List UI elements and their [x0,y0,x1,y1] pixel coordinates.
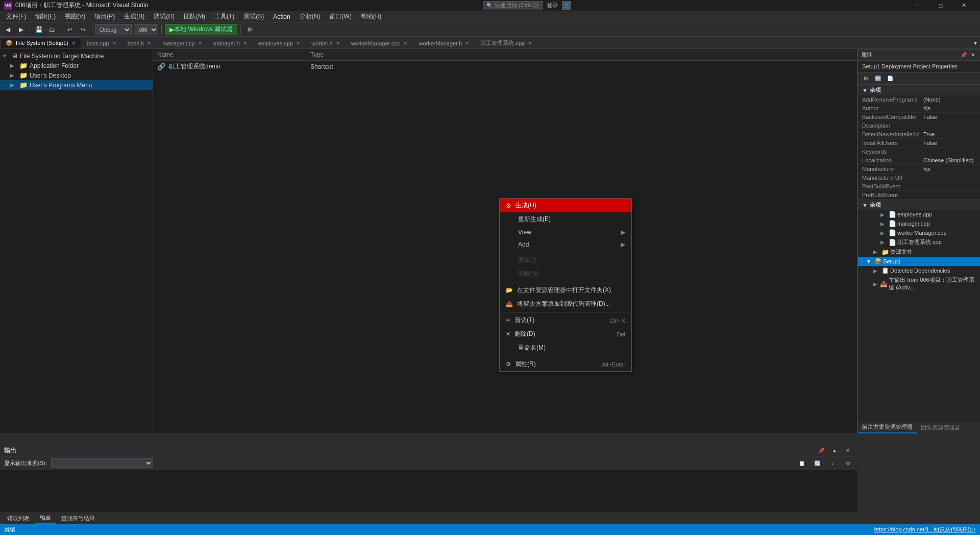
output-source-row: 显示输出来源(S): 📋 🔄 ↓ ⚙ [0,456,857,470]
ctx-rebuild-text: 重新生成(E) [518,215,551,224]
debug-config-dropdown[interactable]: Debug Release [95,24,132,35]
tab-close-worker-h[interactable]: ✕ [336,40,340,46]
output-toolbar-btn3[interactable]: ↓ [827,457,838,469]
tab-close-boss-cpp[interactable]: ✕ [112,40,116,46]
sol-employee-cpp[interactable]: ▶ 📄 employee.cpp [858,210,980,219]
tab-file-system[interactable]: 📦 File System (Setup1) ✕ [0,37,81,48]
ctx-properties[interactable]: ⚙ 属性(R) Alt+Enter [500,357,631,371]
undo-button[interactable]: ↩ [64,24,76,35]
menu-test[interactable]: 测试(S) [239,11,268,22]
menu-debug[interactable]: 调试(D) [150,11,179,22]
props-grid-button[interactable]: ⊞ [860,73,871,84]
tab-dropdown-button[interactable]: ▼ [971,37,980,48]
output-toolbar-btn2[interactable]: 🔄 [812,457,823,469]
team-explorer-tab[interactable]: 团队资源管理器 [917,422,964,433]
menu-file[interactable]: 文件(F) [2,11,30,22]
tab-close-manager-cpp[interactable]: ✕ [198,40,202,46]
ctx-cut[interactable]: ✂ 剪切(T) Ctrl+X [500,313,631,327]
account-icon[interactable]: 👤 [562,1,571,10]
props-section-end[interactable]: ▼ 杂项 [858,200,980,210]
props-close-button[interactable]: ✕ [969,50,977,61]
forward-button[interactable]: ▶ [15,24,27,35]
ctx-delete[interactable]: ✕ 删除(D) Del [500,327,631,341]
ctx-add[interactable]: Add ▶ [500,238,631,251]
props-page-button[interactable]: 📄 [885,73,896,84]
output-source-select[interactable] [51,458,153,468]
tree-app-folder[interactable]: ▶ 📁 Application Folder [0,61,153,70]
tab-worker-h[interactable]: worker.h ✕ [306,37,346,48]
ctx-open-explorer[interactable]: 📂 在文件资源管理器中打开文件夹(X) [500,283,631,297]
tab-boss-h[interactable]: boss.h ✕ [122,37,157,48]
output-toolbar-btn1[interactable]: 📋 [796,457,807,469]
tab-workermanager-cpp[interactable]: workerManager.cpp ✕ [346,37,413,48]
tab-close-manager-h[interactable]: ✕ [243,40,247,46]
find-symbols-tab[interactable]: 查找符号结果 [56,514,100,523]
menu-action[interactable]: Action [269,11,294,22]
output-expand-btn[interactable]: ▲ [829,445,840,456]
tab-employee-cpp[interactable]: employee.cpp ✕ [253,37,306,48]
extra-toolbar-btn[interactable]: ⚙ [244,24,255,35]
menu-edit[interactable]: 编辑(E) [31,11,60,22]
menu-view[interactable]: 视图(V) [61,11,89,22]
tab-workermanager-h[interactable]: workerManager.h ✕ [413,37,475,48]
props-pin-button[interactable]: 📌 [960,50,968,61]
sol-main-cpp[interactable]: ▶ 📄 职工管理系统.cpp [858,237,980,247]
platform-dropdown[interactable]: x86 x64 [134,24,158,35]
sol-detected-dep[interactable]: ▶ 📋 Detected Dependencies [858,266,980,275]
tab-manager-h[interactable]: manager.h ✕ [208,37,253,48]
tab-manager-cpp[interactable]: manager.cpp ✕ [157,37,208,48]
quick-launch[interactable]: 🔍 快速启动 (Ctrl+Q) [483,1,542,10]
output-tab-active[interactable]: 输出 [35,513,56,524]
tree-root[interactable]: ▼ 🖥 File System on Target Machine [0,51,153,61]
ctx-rename[interactable]: 重命名(M) [500,341,631,355]
tab-close-workermanager-cpp[interactable]: ✕ [403,40,407,46]
save-button[interactable]: 💾 [33,24,44,35]
tab-manager-cpp-label: manager.cpp [162,40,195,46]
sol-manager-cpp[interactable]: ▶ 📄 manager.cpp [858,219,980,228]
redo-button[interactable]: ↪ [78,24,89,35]
sol-setup1[interactable]: ▼ 📦 Setup1 [858,257,980,266]
tree-desktop[interactable]: ▶ 📁 User's Desktop [0,70,153,80]
run-button[interactable]: ▶ 本地 Windows 调试器 [165,24,237,35]
file-row-demo[interactable]: 🔗 职工管理系统demo Shortcut [153,61,857,72]
minimize-button[interactable]: ─ [905,0,929,11]
close-button[interactable]: ✕ [952,0,976,11]
ctx-sep3 [500,312,631,312]
back-button[interactable]: ◀ [2,24,13,35]
workermanagercpp-label: workerManager.cpp [897,230,947,236]
ctx-rebuild[interactable]: 重新生成(E) [500,212,631,226]
ctx-view[interactable]: View ▶ [500,226,631,238]
user-account[interactable]: 登录 [547,2,558,9]
sol-explorer-tab[interactable]: 解决方案资源管理器 [858,422,917,433]
tab-boss-cpp[interactable]: boss.cpp ✕ [81,37,122,48]
sol-workermanager-cpp[interactable]: ▶ 📄 workerManager.cpp [858,228,980,237]
tab-close-workermanager-h[interactable]: ✕ [465,40,469,46]
menu-help[interactable]: 帮助(H) [357,11,386,22]
tab-main-cpp[interactable]: 职工管理系统.cpp ✕ [475,37,537,48]
ctx-add-source[interactable]: 📤 将解决方案添加到源代码管理(D)... [500,297,631,311]
menu-project[interactable]: 项目(P) [90,11,119,22]
sol-primary-output[interactable]: ▶ 📤 主输出 from 006项目：职工管理系统 (Activ... [858,275,980,293]
output-pin-btn[interactable]: 📌 [816,445,827,456]
props-section-misc[interactable]: ▼ 杂项 [858,85,980,95]
menu-tools[interactable]: 工具(T) [210,11,238,22]
output-close-btn[interactable]: ✕ [842,445,853,456]
error-list-tab[interactable]: 错误列表 [2,514,35,523]
tab-close-boss-h[interactable]: ✕ [147,40,151,46]
tab-close-employee-cpp[interactable]: ✕ [296,40,300,46]
menu-analyze[interactable]: 分析(N) [296,11,325,22]
sol-resources[interactable]: ▶ 📁 资源文件 [858,247,980,257]
menu-build[interactable]: 生成(B) [120,11,149,22]
tab-close-file-system[interactable]: ✕ [71,40,76,46]
ctx-build[interactable]: ⚙ 生成(U) [500,199,631,212]
status-link[interactable]: https://blog.csdn.net/1...知识从代码开始↑ [874,526,976,533]
maximize-button[interactable]: □ [929,0,952,11]
save-all-button[interactable]: 🗂 [46,24,58,35]
menu-window[interactable]: 窗口(W) [325,11,355,22]
tree-programs-menu[interactable]: ▶ 📁 User's Programs Menu [0,80,153,90]
menu-team[interactable]: 团队(M) [180,11,209,22]
desktop-folder-icon: 📁 [19,71,28,79]
tab-close-main-cpp[interactable]: ✕ [528,40,532,46]
props-sort-button[interactable]: 🔤 [872,73,884,84]
output-toolbar-btn4[interactable]: ⚙ [842,457,853,469]
